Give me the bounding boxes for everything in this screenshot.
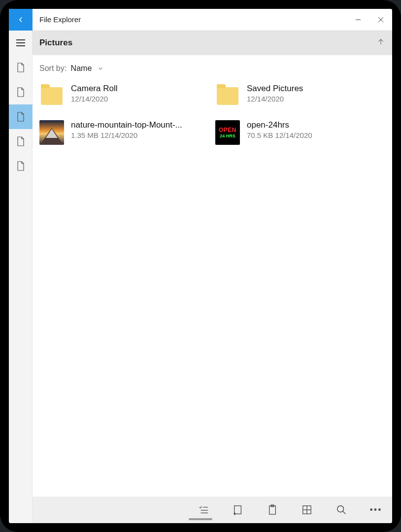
main-area: Pictures Sort by: Name Camera Rol [33,31,392,523]
arrow-left-icon [16,15,25,24]
breadcrumb-current[interactable]: Pictures [39,38,72,48]
menu-button[interactable] [9,31,33,55]
grid-icon [302,505,312,515]
document-icon [17,63,25,72]
minimize-button[interactable] [347,9,369,31]
folder-item[interactable]: Saved Pictures 12/14/2020 [215,84,385,108]
item-name: Saved Pictures [247,84,385,94]
item-name: open-24hrs [247,120,385,130]
document-icon [17,112,25,122]
breadcrumb-bar: Pictures [33,31,392,55]
sidebar-item-2[interactable] [9,80,33,104]
app-title: File Explorer [33,15,347,24]
image-thumbnail [39,120,64,145]
search-icon [336,504,347,515]
arrow-up-icon [376,37,385,46]
item-sub: 12/14/2020 [71,95,209,103]
sidebar-item-3[interactable] [9,104,33,129]
checklist-icon [198,505,209,514]
svg-rect-12 [269,506,276,514]
titlebar: File Explorer [9,9,392,31]
new-button[interactable] [231,502,245,517]
document-icon [17,136,25,146]
item-sub: 70.5 KB 12/14/2020 [247,131,385,139]
more-button[interactable]: ••• [368,502,383,517]
back-button[interactable] [9,9,33,31]
home-indicator[interactable] [189,518,212,520]
bottom-toolbar: ••• [33,497,392,523]
document-icon [17,87,25,97]
sidebar [9,31,33,523]
sort-label: Sort by: [39,64,67,72]
item-sub: 12/14/2020 [247,95,385,103]
document-icon [17,161,25,171]
device-frame: File Explorer [0,0,401,532]
app-body: Pictures Sort by: Name Camera Rol [9,31,392,523]
item-name: nature-mountain-top-Mount-... [71,120,209,130]
hamburger-icon [16,39,26,46]
close-icon [378,17,384,23]
paste-button[interactable] [265,502,280,517]
sidebar-item-5[interactable] [9,154,33,178]
item-sub: 1.35 MB 12/14/2020 [71,131,209,139]
minimize-icon [355,17,361,23]
app-window: File Explorer [9,9,392,523]
ellipsis-icon: ••• [370,505,382,515]
clipboard-icon [267,504,277,515]
folder-icon [215,84,240,108]
item-name: Camera Roll [71,84,209,94]
close-button[interactable] [369,9,392,31]
svg-rect-9 [234,506,241,514]
up-button[interactable] [376,37,385,49]
chevron-down-icon [97,65,104,72]
image-item[interactable]: nature-mountain-top-Mount-... 1.35 MB 12… [39,120,209,145]
image-thumbnail: OPEN 24 HRS [215,120,240,145]
sidebar-item-4[interactable] [9,129,33,154]
search-button[interactable] [334,502,349,517]
svg-line-18 [343,511,346,514]
new-item-icon [233,504,243,515]
sort-control[interactable]: Sort by: Name [33,55,392,78]
image-item[interactable]: OPEN 24 HRS open-24hrs 70.5 KB 12/14/202… [215,120,385,145]
folder-item[interactable]: Camera Roll 12/14/2020 [39,84,209,108]
sidebar-item-1[interactable] [9,55,33,80]
svg-point-17 [337,506,344,512]
file-grid: Camera Roll 12/14/2020 Saved Pictures 12… [33,78,392,151]
select-button[interactable] [196,502,211,517]
sort-value: Name [71,64,92,72]
layout-button[interactable] [300,502,314,517]
folder-icon [39,84,64,108]
